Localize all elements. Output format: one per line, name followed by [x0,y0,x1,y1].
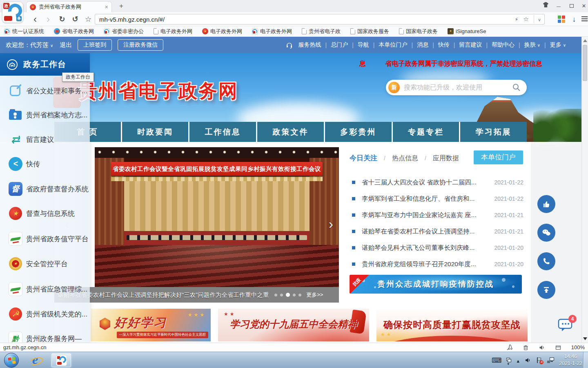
nav-item-current-politics[interactable]: 时政要闻 [122,122,189,142]
apps-grid-icon[interactable] [558,16,565,23]
maximize-button[interactable] [567,2,577,10]
url-text[interactable]: mh-v5.mh.gz.cegn.cn/#/ [99,16,514,23]
topbar-link-skin[interactable]: 换肤 [524,41,540,49]
topbar-link-help[interactable]: 帮助中心 [492,41,514,49]
sidebar-item-party-org[interactable]: 贵州省级机关党的... [0,305,90,323]
url-dropdown-icon[interactable] [534,15,541,23]
forward-icon[interactable] [43,14,53,24]
welcome-user[interactable]: 欢迎您：代芳莲 [6,41,53,49]
sidebar-item-feedback[interactable]: 留言建议 [0,130,90,148]
favorite-star-icon[interactable] [523,16,528,23]
banner-study[interactable]: ★★★ 好好学习 —深入学习贯彻落实习近平新时代中国特色社会主义思想 [91,309,211,341]
taskbar-clock[interactable]: 14:46 2021-1-22 [559,353,582,367]
network-tray-icon[interactable] [547,357,554,363]
like-button[interactable] [537,195,555,213]
banner-poverty-alleviation[interactable]: ★★ 确保按时高质量打赢脱贫攻坚战 [376,309,528,341]
minimize-button[interactable] [554,2,564,10]
topbar-link-more[interactable]: 更多 [550,41,566,49]
carousel-more-link[interactable]: 更多>> [306,291,323,298]
chat-widget[interactable]: 4 [558,318,573,334]
news-item[interactable]: 谌贻琴在省委农村工作会议上强调坚持... 2021-01-21 [350,223,523,240]
bookmark-item[interactable]: 省电子政务网 [54,28,94,35]
topbar-link-portal[interactable]: 总门户 [331,41,348,49]
wechat-button[interactable] [537,224,555,242]
bookmark-item[interactable]: 统一认证系统 [4,28,44,35]
close-button[interactable] [579,2,588,10]
home-star-icon[interactable] [83,14,93,24]
trash-icon[interactable] [523,344,529,351]
bookmark-item[interactable]: iSignatureSe [448,28,486,34]
action-center-flag-icon[interactable] [536,357,542,364]
news-item[interactable]: 贵州省政府党组领导班子召开2020年度... 2021-01-20 [350,256,523,272]
sidebar-item-archives[interactable]: 贵州省档案地方志... [0,106,90,124]
start-button[interactable] [4,353,19,368]
zoom-level[interactable]: 100% [571,344,585,350]
sidebar-item-document-system[interactable]: 省公文处理和事务... [0,82,90,100]
show-desktop-button[interactable] [583,352,588,368]
bookmark-item[interactable]: 贵州省电子政 [302,28,341,35]
register-wechat-button[interactable]: 注册政务微信 [118,39,163,51]
sidebar-item-duty-platform[interactable]: 贵州省政务值守平台 [0,230,90,248]
search-input[interactable] [404,84,512,91]
tab-hot-info[interactable]: 热点信息 [392,154,418,163]
back-icon[interactable] [30,14,40,24]
topbar-link-unit-portal[interactable]: 本单位门户 [379,41,408,49]
menu-icon[interactable] [581,16,588,22]
tab-close-icon[interactable] [105,4,108,10]
nav-item-special-topics[interactable]: 专题专栏 [393,122,459,142]
scroll-down-icon[interactable] [583,337,587,340]
search-bar[interactable]: 新 [386,80,527,95]
topbar-link-hotline[interactable]: 服务热线 [298,41,321,49]
sidebar-item-kuaichuan[interactable]: 快传 [0,155,90,173]
window-mode-icon[interactable] [555,344,561,351]
checkin-button[interactable]: 上班签到 [78,39,112,51]
bookmark-item[interactable]: 省委非密办公 [104,28,144,35]
bookmark-item[interactable]: 电子政务外网 [154,28,192,35]
topbar-link-feedback[interactable]: 留言建议 [459,41,482,49]
nav-item-learning[interactable]: 学习拓展 [460,122,527,142]
bookmark-item[interactable]: 电子政务外网 [202,28,242,35]
language-tray-icon[interactable] [506,358,512,363]
news-item[interactable]: 谌贻琴会见科大讯飞公司董事长刘庆峰... 2021-01-20 [350,240,523,256]
carousel-photo[interactable]: 省委农村工作会议暨全省巩固拓展脱贫攻坚成果同乡村振兴有效衔接工作会议 › [95,147,339,287]
sidebar-item-supervision-system[interactable]: 督 省政府督查督办系统 [0,180,90,198]
banner-plenary-spirit[interactable]: ★★ 学习党的十九届五中全会精神 [218,309,369,341]
back-to-top-button[interactable] [537,281,555,299]
nav-item-policy-docs[interactable]: 政策文件 [257,122,324,142]
bookmark-item[interactable]: 电子政务外网 [252,28,292,35]
topbar-link-kuaichuan[interactable]: 快传 [438,41,450,49]
bookmark-item[interactable]: 国家电子政务 [399,28,438,35]
carousel-dots[interactable] [274,293,301,297]
volume-tray-icon[interactable] [524,357,531,364]
phone-button[interactable] [537,252,555,270]
tab-today-focus[interactable]: 今日关注 [350,153,377,163]
sidebar-item-emergency-mgmt[interactable]: 贵州省应急管理综... [0,280,90,298]
bookmark-item[interactable]: 国家政务服务 [350,28,389,35]
undo-icon[interactable] [70,14,80,24]
nav-item-colorful-guizhou[interactable]: 多彩贵州 [325,122,392,142]
download-icon[interactable] [569,14,579,24]
topbar-link-messages[interactable]: 消息 [417,41,428,49]
news-item[interactable]: 李炳军与亚布力中国企业家论坛嘉宾 座... 2021-01-21 [350,207,523,223]
new-tab-button[interactable] [118,3,125,10]
browser-skin-icon[interactable] [541,2,550,10]
sidebar-item-inspection-info[interactable]: 督查与信息系统 [0,204,90,222]
tray-expand-icon[interactable] [517,357,519,364]
boss-key-rocket-icon[interactable] [506,344,513,351]
reload-icon[interactable] [57,14,67,24]
browser-tab[interactable]: 贵州省电子政务网 [26,1,112,12]
internet-explorer-icon[interactable]: e [29,354,43,367]
page-scrollbar[interactable] [581,37,588,343]
sidebar-item-security-platform[interactable]: 安全管控平台 [0,255,90,273]
logout-link[interactable]: 退出 [60,41,72,49]
carousel-next-icon[interactable]: › [329,216,333,232]
speaker-icon[interactable] [539,344,545,351]
news-item[interactable]: 省十三届人大四次会议 省政协十二届四... 2021-01-22 [350,174,523,191]
scroll-up-icon[interactable] [583,39,587,42]
unit-portal-button[interactable]: 本单位门户 [474,150,523,164]
topbar-link-nav[interactable]: 导航 [358,41,369,49]
epidemic-banner[interactable]: 贵州众志成城打响疫情防控战 抗疫 [350,275,522,294]
flash-icon[interactable] [514,16,518,22]
search-icon[interactable] [512,83,521,92]
news-item[interactable]: 李炳军到省工业和信息化厅、省住房和... 2021-01-22 [350,191,523,207]
